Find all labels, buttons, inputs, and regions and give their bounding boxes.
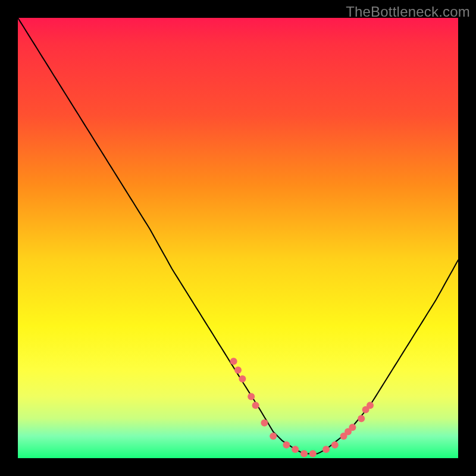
- trough-dot: [252, 402, 259, 409]
- trough-dot: [270, 433, 277, 440]
- bottleneck-curve: [18, 18, 458, 458]
- curve-path: [18, 18, 458, 454]
- trough-dot: [322, 446, 330, 453]
- trough-dot: [239, 375, 246, 383]
- trough-dot: [261, 419, 268, 427]
- trough-dot: [358, 415, 365, 422]
- trough-dot: [309, 450, 317, 458]
- chart-frame: TheBottleneck.com: [0, 0, 476, 476]
- trough-dot: [292, 446, 299, 453]
- trough-dot: [234, 367, 242, 374]
- trough-dots: [230, 358, 374, 457]
- trough-dot: [230, 358, 237, 365]
- trough-dot: [367, 402, 374, 409]
- plot-area: [18, 18, 458, 458]
- trough-dot: [300, 450, 308, 458]
- watermark-text: TheBottleneck.com: [346, 4, 470, 20]
- trough-dot: [349, 424, 356, 431]
- trough-dot: [283, 441, 290, 449]
- trough-dot: [248, 393, 255, 400]
- trough-dot: [331, 441, 339, 449]
